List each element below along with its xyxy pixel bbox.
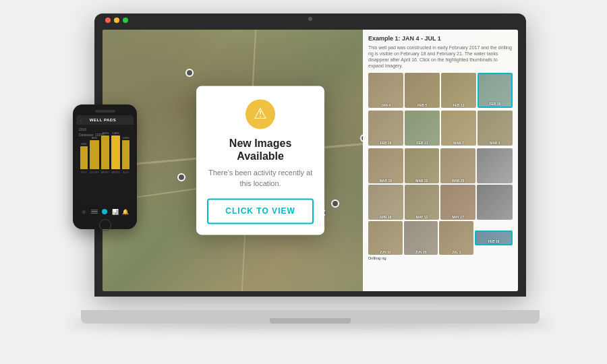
right-panel: Example 1: JAN 4 - JUL 1 This well pad w…	[363, 30, 518, 291]
bar-2-label: 80%	[92, 136, 97, 140]
bar-nov-label: 63%	[82, 142, 87, 146]
thumbnail-row-4: APR 16 MAY 12 MAY 27	[368, 185, 513, 220]
bar-4: 140% MERIT	[111, 131, 119, 174]
phone-nav-list[interactable]	[90, 207, 99, 216]
bar-4-label: 140%	[113, 131, 119, 135]
thumbnail-feb21[interactable]: FEB 21	[405, 111, 440, 146]
thumbnail-feb5[interactable]: FEB 5	[405, 73, 440, 108]
thumbnail-large-1[interactable]	[477, 148, 513, 183]
map-marker[interactable]	[185, 69, 194, 77]
bar-3-label: 100%	[102, 131, 109, 135]
phone-nav-map[interactable]: ⊕	[80, 207, 89, 216]
traffic-lights	[105, 18, 128, 23]
warning-icon-container: ⚠	[245, 99, 275, 129]
laptop-body: ✕ ✕ Example 1: JAN 4 - JUL 1 This well p…	[94, 13, 526, 297]
bar-2: 80% GLORY	[90, 136, 99, 174]
thumbnail-feb12[interactable]: FEB 12	[441, 73, 476, 108]
laptop-base-notch	[270, 318, 351, 324]
thumbnail-large-2[interactable]	[477, 185, 513, 220]
bar-5-x: AUG	[123, 171, 129, 174]
thumbnail-jun10[interactable]: JUN 10	[368, 221, 403, 255]
scene: ✕ ✕ Example 1: JAN 4 - JUL 1 This well p…	[0, 0, 607, 364]
map-marker[interactable]	[331, 200, 339, 208]
thumbnail-grid-4: APR 16 MAY 12 MAY 27	[368, 185, 475, 220]
thumbnail-jan4[interactable]: JAN 4	[368, 73, 403, 108]
laptop-base	[81, 310, 540, 324]
bar-nov-x: NOV	[81, 171, 87, 174]
map-marker[interactable]	[177, 173, 185, 181]
thumbnail-feb18[interactable]: FEB 18	[368, 111, 403, 146]
thumbnail-grid-5: JUN 10 JUN 29 JUL 1	[368, 221, 473, 255]
phone-nav-active[interactable]	[100, 207, 109, 216]
notification-title: New Images Available	[207, 137, 314, 162]
close-button[interactable]	[105, 18, 111, 23]
bar-4-x: MERIT	[111, 171, 119, 174]
phone-header: ‹ WELL PADS	[76, 115, 134, 125]
thumbnail-mar7[interactable]: MAR 7	[441, 111, 476, 146]
thumbnail-row-2: FEB 18 FEB 21 MAR 7 MAR 8	[368, 111, 513, 146]
thumbnail-feb16b[interactable]: FEB 16	[475, 231, 513, 245]
thumbnail-row-3: MAR 19 MAR 20 MAR 25	[368, 148, 513, 183]
panel-description: This well pad was constructed in early F…	[368, 44, 513, 69]
bar-3: 100% MERIT	[101, 131, 109, 174]
bar-nov: 63% NOV	[80, 142, 88, 174]
thumbnail-feb16[interactable]: FEB 16	[478, 73, 513, 108]
phone-nav-chart[interactable]: 📊	[111, 207, 120, 216]
phone-chart-area: 2016 Delaware: 10371 63% NOV 80% G	[76, 125, 134, 189]
thumbnail-may12[interactable]: MAY 12	[405, 185, 440, 220]
click-to-view-button[interactable]: CLicK TO VIEW	[207, 199, 314, 224]
thumbnail-apr16[interactable]: APR 16	[368, 185, 403, 220]
bar-4-bar	[111, 135, 119, 169]
bar-3-x: MERIT	[101, 171, 109, 174]
phone-back-button[interactable]: ‹	[80, 118, 82, 122]
bar-chart: 63% NOV 80% GLORY 100% MERIT	[79, 137, 131, 174]
thumbnail-jun29[interactable]: JUN 29	[404, 221, 438, 255]
notification-subtitle: There's been activity recently at this l…	[207, 169, 314, 189]
phone: ‹ WELL PADS 2016 Delaware: 10371 63% NOV	[73, 104, 137, 229]
bar-5-label: 120%	[122, 136, 129, 140]
phone-speaker	[95, 110, 115, 113]
minimize-button[interactable]	[114, 18, 119, 23]
thumbnail-row-5: JUN 10 JUN 29 JUL 1 FEB 16	[368, 221, 513, 255]
bar-2-bar	[90, 140, 99, 169]
thumbnail-jul1[interactable]: JUL 1	[439, 221, 473, 255]
phone-screen: ‹ WELL PADS 2016 Delaware: 10371 63% NOV	[76, 115, 134, 203]
phone-nav: ⊕ 📊 🔔	[76, 203, 134, 216]
phone-home-button[interactable]	[99, 219, 111, 231]
maximize-button[interactable]	[123, 18, 128, 23]
thumbnail-row-1: JAN 4 FEB 5 FEB 12 FEB 16	[368, 73, 513, 108]
phone-nav-bell[interactable]: 🔔	[121, 207, 130, 216]
thumbnail-mar19[interactable]: MAR 19	[368, 148, 403, 183]
thumbnail-grid-3: MAR 19 MAR 20 MAR 25	[368, 148, 475, 183]
laptop-camera	[308, 17, 312, 21]
bar-2-x: GLORY	[90, 171, 99, 174]
warning-icon: ⚠	[254, 107, 267, 121]
phone-title: WELL PADS	[90, 118, 116, 122]
thumbnail-mar8[interactable]: MAR 8	[478, 111, 513, 146]
laptop: ✕ ✕ Example 1: JAN 4 - JUL 1 This well p…	[94, 13, 526, 324]
panel-title: Example 1: JAN 4 - JUL 1	[368, 35, 513, 42]
laptop-screen: ✕ ✕ Example 1: JAN 4 - JUL 1 This well p…	[103, 30, 518, 291]
thumbnail-mar20[interactable]: MAR 20	[405, 148, 440, 183]
thumbnail-mar25[interactable]: MAR 25	[440, 148, 475, 183]
drilling-label: Drilling rig	[368, 256, 513, 260]
thumbnail-may27[interactable]: MAY 27	[440, 185, 475, 220]
bar-nov-bar	[80, 146, 88, 169]
notification-popup: ⚠ New Images Available There's been acti…	[196, 86, 324, 235]
bar-5: 120% AUG	[122, 136, 129, 174]
bar-5-bar	[122, 140, 129, 169]
bar-3-bar	[101, 135, 109, 169]
